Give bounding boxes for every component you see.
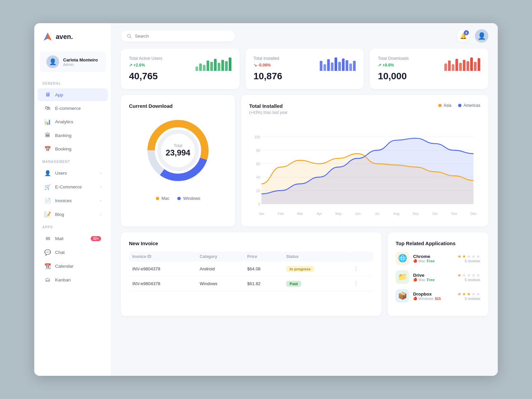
- app-icon-box: 📦: [396, 289, 409, 303]
- header: 🔔 8 👤: [112, 23, 498, 49]
- sidebar-item-app[interactable]: 🖥 App: [38, 88, 108, 101]
- sidebar-item-ecommerce[interactable]: 🛍 E-commerce: [38, 102, 108, 115]
- sidebar-item-blog[interactable]: 📝 Blog ›: [38, 208, 108, 221]
- donut-title: Current Download: [129, 103, 227, 109]
- col-actions: [350, 252, 373, 262]
- sidebar-item-ecommerce2[interactable]: 🛒 E-Commerce ›: [38, 180, 108, 193]
- svg-text:Dec: Dec: [471, 212, 477, 215]
- stat-title-0: Total Active Users: [129, 56, 162, 61]
- sidebar-item-booking-label: Booking: [55, 146, 72, 151]
- sidebar-item-banking-label: Banking: [55, 133, 72, 138]
- sidebar-item-users[interactable]: 👤 Users ›: [38, 167, 108, 180]
- svg-text:100: 100: [255, 135, 260, 139]
- invoice-id: INV-e9804378: [129, 262, 196, 276]
- sidebar-item-mail[interactable]: ✉ Mail 32+: [38, 232, 108, 245]
- sidebar-item-chat-label: Chat: [55, 250, 65, 255]
- svg-text:Nov: Nov: [451, 212, 457, 215]
- invoice-id: INV-e9804378: [129, 276, 196, 291]
- sidebar-item-analytics[interactable]: 📊 Analytics: [38, 115, 108, 128]
- sidebar-item-ecommerce-label: E-commerce: [55, 106, 81, 111]
- stat-change-2: ↗ +8.6%: [378, 63, 409, 68]
- invoice-card: New Invoice Invoice ID Category Price St…: [121, 232, 382, 316]
- legend-americas-dot: [458, 104, 461, 107]
- banking-icon: 🏛: [44, 132, 51, 138]
- stars-row: ★★★★★: [457, 254, 480, 259]
- ecommerce-icon: 🛍: [44, 105, 51, 111]
- app-info: Chrome 🍎 Mac Free: [413, 254, 453, 263]
- donut-wrapper: Total 23,994 Mac Windows: [129, 110, 227, 201]
- invoice-status: Paid: [283, 276, 350, 291]
- sidebar-item-chat[interactable]: 💬 Chat: [38, 246, 108, 259]
- sidebar-item-analytics-label: Analytics: [55, 119, 73, 124]
- stat-value-2: 10,000: [378, 71, 480, 82]
- management-section-label: MANAGEMENT: [34, 160, 111, 166]
- donut-center-value: 23,994: [166, 148, 190, 158]
- invoice-price: $61.82: [244, 276, 283, 291]
- sidebar-item-calendar[interactable]: 📆 Calendar: [38, 260, 108, 273]
- mail-badge: 32+: [91, 236, 101, 241]
- sidebar-item-booking[interactable]: 📅 Booking: [38, 142, 108, 156]
- stat-change-1: ↘ -0.06%: [254, 63, 279, 68]
- line-chart-card: Total Installed (+43%) than last year As…: [241, 95, 488, 226]
- donut-center-label: Total: [166, 143, 190, 148]
- sidebar-user-profile: 👤 Carlota Monteiro Admin: [40, 51, 106, 72]
- sidebar-item-invoices[interactable]: 📄 Invoices ›: [38, 194, 108, 207]
- status-badge: Paid: [286, 281, 301, 287]
- col-category: Category: [196, 252, 244, 262]
- status-badge: In progress: [286, 266, 314, 272]
- mini-chart-0: [195, 56, 231, 71]
- invoice-actions[interactable]: ⋮: [350, 262, 373, 276]
- kanban-icon: 🗂: [44, 277, 51, 283]
- donut-center: Total 23,994: [166, 143, 190, 158]
- app-meta: 🍎 Mac Free: [413, 278, 453, 282]
- charts-row: Current Download: [121, 95, 488, 226]
- svg-text:0: 0: [258, 202, 260, 206]
- sidebar-item-users-label: Users: [55, 171, 67, 176]
- svg-line-1: [130, 37, 131, 38]
- notification-button[interactable]: 🔔 8: [457, 30, 470, 42]
- general-section-label: GENERAL: [34, 82, 111, 88]
- stat-cards-row: Total Active Users ↗ +2.6% 40,765 Total …: [121, 49, 488, 89]
- line-chart-header: Total Installed (+43%) than last year As…: [249, 103, 480, 120]
- stat-title-2: Total Downloads: [378, 56, 409, 61]
- svg-text:Oct: Oct: [432, 212, 438, 215]
- svg-text:Mar: Mar: [297, 212, 303, 215]
- row-menu-button[interactable]: ⋮: [353, 281, 359, 286]
- col-price: Price: [244, 252, 283, 262]
- sidebar-item-kanban[interactable]: 🗂 Kanban: [38, 273, 108, 286]
- content-area: Total Active Users ↗ +2.6% 40,765 Total …: [112, 49, 498, 376]
- app-icon-box: 🌐: [396, 252, 409, 265]
- sidebar-item-banking[interactable]: 🏛 Banking: [38, 129, 108, 142]
- user-avatar-button[interactable]: 👤: [475, 29, 488, 43]
- svg-text:Aug: Aug: [393, 212, 399, 215]
- legend-asia-label: Asia: [444, 103, 451, 108]
- app-stars: ★★★★★ 5 reviews: [457, 292, 480, 301]
- app-info: Drive 🍎 Mac Free: [413, 273, 453, 282]
- sidebar-item-ecommerce2-label: E-Commerce: [55, 184, 82, 189]
- donut-svg-container: Total 23,994: [141, 114, 215, 187]
- stat-value-0: 40,765: [129, 71, 231, 82]
- col-status: Status: [283, 252, 350, 262]
- app-icon: 🖥: [44, 92, 51, 98]
- brand-name: aven.: [56, 33, 73, 41]
- legend-americas-label: Americas: [463, 103, 480, 108]
- invoice-header-row: Invoice ID Category Price Status: [129, 252, 373, 262]
- invoice-category: Windows: [196, 276, 244, 291]
- stars-row: ★★★★★: [457, 273, 480, 278]
- search-input[interactable]: [135, 34, 229, 39]
- logo-icon: [42, 31, 53, 42]
- invoice-actions[interactable]: ⋮: [350, 276, 373, 291]
- mini-chart-1: [320, 56, 356, 71]
- chevron-icon3: ›: [100, 199, 101, 203]
- line-legend: Asia Americas: [438, 103, 480, 108]
- analytics-icon: 📊: [44, 119, 51, 125]
- legend-asia: Asia: [438, 103, 451, 108]
- sidebar-item-app-label: App: [55, 92, 63, 97]
- app-name: Dropbox: [413, 292, 453, 297]
- apps-title: Top Related Applications: [396, 240, 480, 246]
- sidebar-item-blog-label: Blog: [55, 212, 64, 217]
- legend-mac-dot: [156, 197, 159, 200]
- row-menu-button[interactable]: ⋮: [353, 266, 359, 272]
- svg-text:Sep: Sep: [413, 212, 419, 215]
- search-bar[interactable]: [121, 31, 235, 42]
